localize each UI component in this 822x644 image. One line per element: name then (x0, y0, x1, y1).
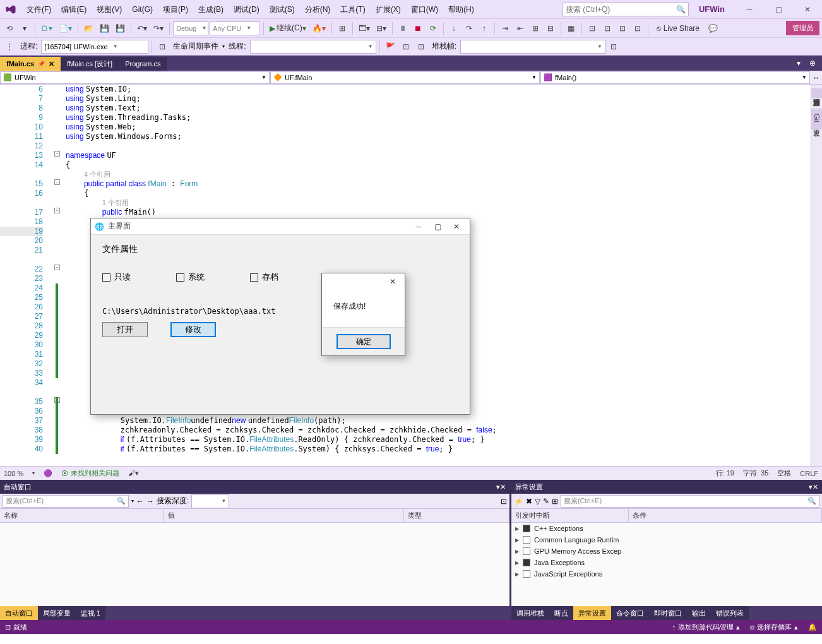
pause-icon[interactable]: ⏸ (396, 21, 410, 35)
menu-debug[interactable]: 调试(D) (229, 0, 265, 19)
forward-icon[interactable]: ▾ (18, 21, 32, 35)
msgbox-close-button[interactable]: ✕ (383, 275, 402, 289)
restart-icon[interactable]: ⟳ (426, 21, 440, 35)
tab-autos[interactable]: 自动窗口 (0, 606, 38, 620)
menu-project[interactable]: 项目(P) (158, 0, 193, 19)
tab-6[interactable]: 错误列表 (711, 606, 749, 620)
exception-row[interactable]: ▶GPU Memory Access Excep (511, 546, 822, 557)
status-select-repo[interactable]: ⧈ 选择存储库 ▴ (750, 623, 798, 632)
filter-icon[interactable]: ▽ (535, 497, 540, 506)
tb2-icon-3[interactable]: ⊡ (414, 40, 428, 54)
thread-combo[interactable]: ▼ (250, 40, 376, 54)
panel-opt-icon[interactable]: ⊡ (501, 497, 507, 506)
save-all-icon[interactable]: 💾 (113, 21, 128, 35)
quick-search[interactable]: 🔍 (563, 3, 689, 16)
tab-2[interactable]: 异常设置 (573, 606, 611, 620)
open-icon[interactable]: 📂 (81, 21, 96, 35)
dialog-close-button[interactable]: ✕ (447, 220, 466, 234)
minimize-button[interactable]: ─ (735, 0, 764, 19)
quick-search-input[interactable] (566, 5, 676, 14)
tab-1[interactable]: 断点 (549, 606, 573, 620)
panel-close-icon[interactable]: ✕ (500, 483, 506, 491)
fold-icon[interactable]: - (54, 179, 60, 185)
save-icon[interactable]: 💾 (97, 21, 112, 35)
menu-edit[interactable]: 编辑(E) (56, 0, 92, 19)
autos-body[interactable] (0, 523, 509, 606)
exception-row[interactable]: ▶Java Exceptions (511, 557, 822, 568)
step-out-icon[interactable]: ↑ (477, 21, 491, 35)
back-icon[interactable]: ⟲ (3, 21, 16, 35)
process-combo[interactable]: [165704] UFWin.exe▼ (41, 40, 148, 54)
menu-window[interactable]: 窗口(W) (406, 0, 443, 19)
fold-icon[interactable]: - (54, 151, 60, 157)
zoom-level[interactable]: 100 % (4, 470, 23, 477)
autos-search[interactable]: 搜索(Ctrl+E)🔍 (3, 495, 129, 508)
platform-combo[interactable]: Any CPU▼ (210, 21, 260, 35)
exc-tool-1[interactable]: ⚡ (514, 497, 523, 506)
exception-row[interactable]: ▶JavaScript Exceptions (511, 568, 822, 580)
tab-5[interactable]: 输出 (687, 606, 711, 620)
tab-fmain-design[interactable]: fMain.cs [设计] (61, 57, 119, 71)
vtab-git-changes[interactable]: Git 更改 (811, 109, 822, 129)
tab-watch[interactable]: 监视 1 (76, 606, 105, 620)
menu-test[interactable]: 测试(S) (265, 0, 300, 19)
tabs-expand-icon[interactable]: ⊕ (806, 56, 819, 70)
add-item-icon[interactable]: 📄▾ (56, 21, 74, 35)
tab-0[interactable]: 调用堆栈 (511, 606, 549, 620)
col-break[interactable]: 引发时中断 (511, 509, 629, 522)
menu-tools[interactable]: 工具(T) (335, 0, 370, 19)
nav-left-icon[interactable]: ← (136, 497, 144, 506)
tb-icon-5[interactable]: ⇤ (513, 21, 527, 35)
tb-icon-6[interactable]: ⊞ (528, 21, 542, 35)
nav-split-icon[interactable]: ↔ (811, 73, 822, 82)
exc-tool-4[interactable]: ⊞ (552, 497, 558, 506)
tb-icon-2[interactable]: 🗔▾ (356, 21, 372, 35)
menu-extensions[interactable]: 扩展(X) (371, 0, 406, 19)
fold-icon[interactable]: - (54, 208, 60, 213)
pin-icon[interactable]: 📌 (38, 61, 45, 67)
depth-combo[interactable]: ▼ (191, 494, 229, 508)
exception-search[interactable]: 搜索(Ctrl+E)🔍 (561, 495, 819, 508)
dialog-minimize-button[interactable]: ─ (409, 220, 428, 234)
nav-project[interactable]: 🟩UFWin▼ (0, 71, 270, 84)
tb-icon-7[interactable]: ⊟ (544, 21, 557, 35)
tb2-icon-1[interactable]: 🚩 (383, 40, 398, 54)
maximize-button[interactable]: ▢ (764, 0, 793, 19)
tb-icon-1[interactable]: ⊞ (335, 21, 349, 35)
menu-help[interactable]: 帮助(H) (443, 0, 479, 19)
config-combo[interactable]: Debug▼ (173, 21, 208, 35)
tab-4[interactable]: 即时窗口 (649, 606, 687, 620)
status-notifications-icon[interactable]: 🔔 (808, 623, 817, 631)
tb-icon-8[interactable]: ▦ (564, 21, 578, 35)
col-name[interactable]: 名称 (0, 509, 164, 522)
msgbox-ok-button[interactable]: 确定 (337, 334, 391, 349)
menu-view[interactable]: 视图(V) (92, 0, 127, 19)
issue-indicator-icon[interactable]: 🟣 (44, 469, 52, 477)
exc-tool-2[interactable]: ✖ (526, 497, 532, 506)
tb2-icon-4[interactable]: ⊡ (607, 40, 621, 54)
menu-git[interactable]: Git(G) (127, 0, 158, 19)
redo-icon[interactable]: ↷▾ (151, 21, 166, 35)
tb-icon-3[interactable]: ⊟▾ (374, 21, 389, 35)
exception-row[interactable]: ▶C++ Exceptions (511, 523, 822, 534)
brush-icon[interactable]: 🖌▾ (128, 469, 139, 477)
exception-body[interactable]: ▶C++ Exceptions▶Common Language Runtim▶G… (511, 523, 822, 606)
stop-icon[interactable]: ⏹ (411, 21, 425, 35)
tabs-dropdown-icon[interactable]: ▾ (792, 56, 806, 70)
fold-icon[interactable]: - (54, 265, 60, 270)
live-share-button[interactable]: ⎋ Live Share (652, 24, 705, 33)
panel-close-icon[interactable]: ✕ (813, 483, 818, 491)
tb-icon-11[interactable]: ⊡ (616, 21, 629, 35)
close-button[interactable]: ✕ (793, 0, 822, 19)
feedback-icon[interactable]: 💬 (706, 21, 720, 35)
undo-icon[interactable]: ↶▾ (134, 21, 150, 35)
checkbox-readonly[interactable]: 只读 (102, 271, 131, 283)
modify-button[interactable]: 修改 (170, 322, 216, 337)
nav-right-icon[interactable]: → (146, 497, 154, 506)
tab-locals[interactable]: 局部变量 (38, 606, 76, 620)
dialog-maximize-button[interactable]: ▢ (428, 220, 447, 234)
dropdown-icon[interactable]: ⋮ (3, 40, 16, 54)
lifecycle-icon[interactable]: ⊡ (155, 40, 169, 54)
insert-mode[interactable]: 空格 (777, 468, 791, 478)
tb-icon-4[interactable]: ⇥ (498, 21, 512, 35)
